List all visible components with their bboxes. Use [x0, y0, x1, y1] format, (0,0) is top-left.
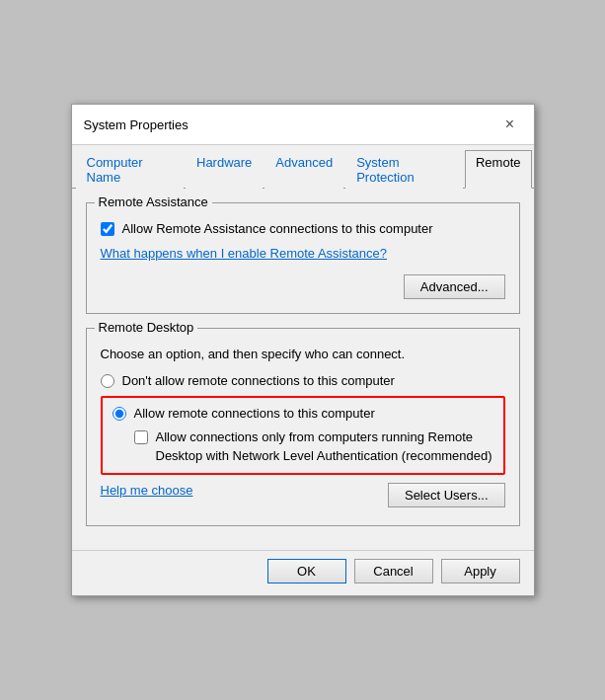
remote-assistance-checkbox-label: Allow Remote Assistance connections to t… — [122, 221, 433, 236]
remote-assistance-link[interactable]: What happens when I enable Remote Assist… — [101, 246, 388, 261]
system-properties-dialog: System Properties × Computer Name Hardwa… — [71, 104, 535, 595]
help-me-choose-link[interactable]: Help me choose — [101, 483, 193, 498]
remote-assistance-title: Remote Assistance — [95, 194, 212, 209]
option-allow-connections-label: Allow remote connections to this compute… — [134, 406, 375, 421]
option-allow-connections-row: Allow remote connections to this compute… — [113, 406, 493, 421]
tab-bar: Computer Name Hardware Advanced System P… — [72, 145, 534, 189]
network-level-auth-label: Allow connections only from computers ru… — [156, 428, 493, 464]
title-bar: System Properties × — [72, 105, 534, 145]
select-users-button[interactable]: Select Users... — [388, 483, 505, 507]
tab-computer-name[interactable]: Computer Name — [76, 150, 185, 189]
dialog-title: System Properties — [84, 117, 189, 132]
advanced-btn-row: Advanced... — [101, 274, 505, 299]
close-button[interactable]: × — [498, 113, 522, 136]
cancel-button[interactable]: Cancel — [354, 559, 433, 583]
help-select-row: Help me choose Select Users... — [101, 483, 505, 507]
remote-desktop-description: Choose an option, and then specify who c… — [101, 347, 505, 361]
network-level-auth-row: Allow connections only from computers ru… — [134, 428, 493, 464]
apply-button[interactable]: Apply — [441, 559, 520, 583]
tab-content: Remote Assistance Allow Remote Assistanc… — [72, 189, 534, 549]
remote-assistance-section: Remote Assistance Allow Remote Assistanc… — [86, 202, 520, 314]
tab-advanced[interactable]: Advanced — [265, 150, 343, 189]
option-no-connections-row: Don't allow remote connections to this c… — [101, 373, 505, 388]
ok-button[interactable]: OK — [267, 559, 346, 583]
option-allow-connections-radio[interactable] — [113, 407, 126, 421]
network-level-auth-checkbox[interactable] — [134, 430, 148, 444]
option-no-connections-radio[interactable] — [101, 374, 114, 388]
remote-desktop-section: Remote Desktop Choose an option, and the… — [86, 328, 520, 525]
remote-desktop-title: Remote Desktop — [95, 320, 198, 335]
advanced-button[interactable]: Advanced... — [404, 274, 505, 299]
dialog-footer: OK Cancel Apply — [72, 550, 534, 595]
option-no-connections-label: Don't allow remote connections to this c… — [122, 373, 395, 388]
remote-assistance-checkbox[interactable] — [101, 222, 114, 236]
tab-hardware[interactable]: Hardware — [186, 150, 263, 189]
tab-remote[interactable]: Remote — [465, 150, 532, 189]
remote-assistance-checkbox-row: Allow Remote Assistance connections to t… — [101, 221, 505, 236]
option-allow-connections-container: Allow remote connections to this compute… — [101, 396, 505, 474]
tab-system-protection[interactable]: System Protection — [345, 150, 463, 189]
